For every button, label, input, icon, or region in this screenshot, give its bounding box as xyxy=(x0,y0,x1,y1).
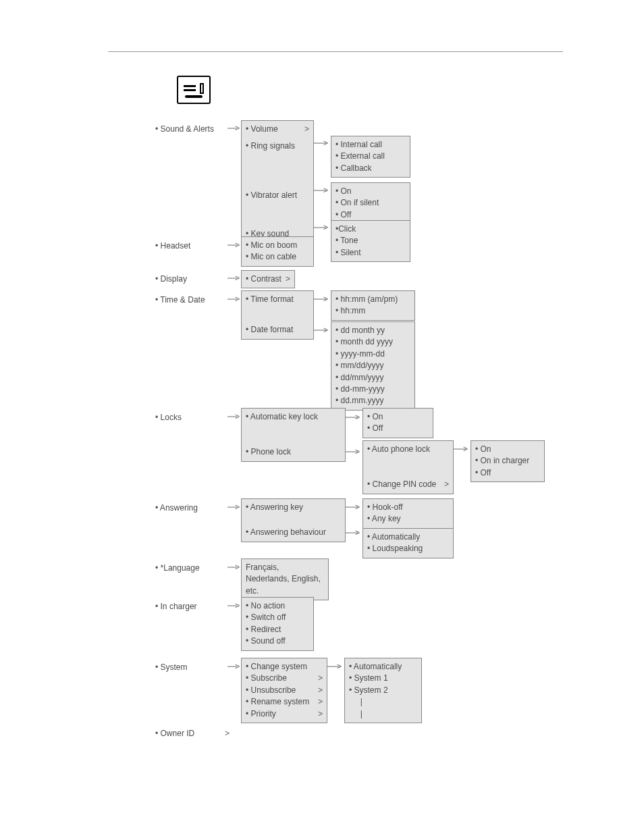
root-time-date: • Time & Date xyxy=(155,294,205,306)
arrow-head-icon: > xyxy=(355,528,360,538)
chevron-right-icon: > xyxy=(300,124,309,135)
vibrator-alert-item: • Vibrator alert xyxy=(246,190,309,201)
arrow-head-icon: > xyxy=(323,186,328,195)
arrow-head-icon: > xyxy=(337,662,342,671)
chevron-right-icon: > xyxy=(314,708,323,720)
root-answering: • Answering xyxy=(155,502,198,514)
display-submenu: • Contrast > xyxy=(241,270,295,288)
owner-id-label: • Owner ID xyxy=(155,729,194,738)
automatic-key-lock-item: • Automatic key lock xyxy=(246,411,341,423)
change-pin-item: • Change PIN code > xyxy=(367,479,449,490)
arrow-head-icon: > xyxy=(323,294,328,304)
volume-item: • Volume > xyxy=(246,124,309,135)
arrow-head-icon: > xyxy=(323,138,328,148)
root-headset: • Headset xyxy=(155,240,190,252)
locks-submenu: • Automatic key lock • Phone lock xyxy=(241,408,346,462)
system-submenu: • Change system • Subscribe > • Unsubscr… xyxy=(241,658,327,723)
arrow-head-icon: > xyxy=(323,223,328,232)
chevron-right-icon: > xyxy=(440,479,449,490)
chevron-right-icon: > xyxy=(221,728,230,739)
sound-alerts-submenu: • Volume > • Ring signals • Vibrator ale… xyxy=(241,120,314,244)
answering-key-options: • Hook-off • Any key xyxy=(363,498,454,529)
vibrator-alert-options: • On • On if silent • Off xyxy=(331,182,410,224)
arrow-head-icon: > xyxy=(235,662,240,671)
root-in-charger: • In charger xyxy=(155,601,197,613)
root-system: • System xyxy=(155,662,188,673)
arrow-head-icon: > xyxy=(355,502,360,512)
answering-behaviour-options: • Automatically • Loudspeaking xyxy=(363,528,454,558)
answering-behaviour-item: • Answering behaviour xyxy=(246,527,341,538)
date-format-item: • Date format xyxy=(246,324,309,336)
chevron-right-icon: > xyxy=(314,696,323,708)
root-locks: • Locks xyxy=(155,412,182,423)
arrow-head-icon: > xyxy=(235,601,240,610)
settings-folder-icon xyxy=(177,76,211,104)
auto-phone-lock-options: • On • On in charger • Off xyxy=(471,440,545,482)
date-format-options: • dd month yy • month dd yyyy • yyyy-mm-… xyxy=(331,321,415,411)
ring-signals-options: • Internal call • External call • Callba… xyxy=(331,136,410,178)
chevron-right-icon: > xyxy=(314,685,323,696)
root-language: • *Language xyxy=(155,563,200,574)
arrow-head-icon: > xyxy=(355,447,360,457)
time-format-item: • Time format xyxy=(246,294,309,305)
root-sound-alerts: • Sound & Alerts xyxy=(155,124,214,135)
chevron-right-icon: > xyxy=(281,273,290,285)
time-date-submenu: • Time format • Date format xyxy=(241,290,314,340)
contrast-item: • Contrast > xyxy=(246,273,290,285)
change-system-item: • Change system xyxy=(246,661,323,673)
arrow-head-icon: > xyxy=(235,124,240,133)
arrow-head-icon: > xyxy=(355,413,360,422)
automatic-key-lock-options: • On • Off xyxy=(363,408,433,438)
language-options: Français, Nederlands, English, etc. xyxy=(241,558,329,600)
unsubscribe-item: • Unsubscribe > xyxy=(246,685,323,696)
ring-signals-item: • Ring signals xyxy=(246,140,309,152)
root-display: • Display xyxy=(155,273,187,285)
arrow-head-icon: > xyxy=(463,444,468,454)
in-charger-options: • No action • Switch off • Redirect • So… xyxy=(241,597,314,651)
arrow-head-icon: > xyxy=(235,294,240,304)
phone-lock-options: • Auto phone lock • Change PIN code > xyxy=(363,440,454,494)
rename-system-item: • Rename system > xyxy=(246,696,323,708)
root-owner-id: • Owner ID > xyxy=(155,728,230,739)
answering-key-item: • Answering key xyxy=(246,502,341,513)
priority-item: • Priority > xyxy=(246,708,323,720)
arrow-head-icon: > xyxy=(235,273,240,283)
answering-submenu: • Answering key • Answering behaviour xyxy=(241,498,346,542)
arrow-head-icon: > xyxy=(235,412,240,421)
chevron-right-icon: > xyxy=(314,673,323,684)
headset-submenu: • Mic on boom • Mic on cable xyxy=(241,236,314,267)
phone-lock-item: • Phone lock xyxy=(246,446,341,458)
arrow-head-icon: > xyxy=(323,325,328,335)
arrow-head-icon: > xyxy=(235,502,240,512)
subscribe-item: • Subscribe > xyxy=(246,673,323,684)
key-sound-options: •Click • Tone • Silent xyxy=(331,220,410,262)
arrow-head-icon: > xyxy=(235,563,240,572)
arrow-head-icon: > xyxy=(235,240,240,250)
auto-phone-lock-item: • Auto phone lock xyxy=(367,444,449,455)
time-format-options: • hh:mm (am/pm) • hh:mm xyxy=(331,290,415,321)
change-system-options: • Automatically • System 1 • System 2 | … xyxy=(344,658,422,723)
